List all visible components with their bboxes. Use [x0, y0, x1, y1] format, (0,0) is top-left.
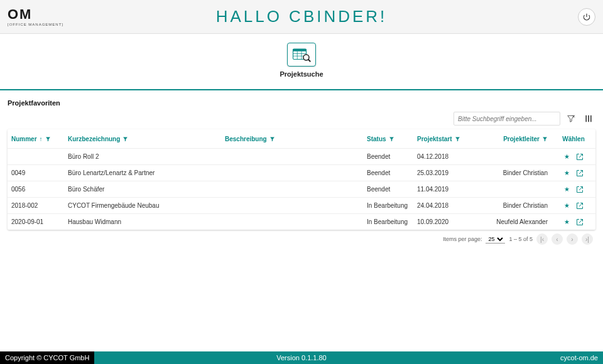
favorite-button[interactable]: ★: [564, 186, 570, 193]
search-input[interactable]: [454, 112, 560, 126]
col-kurz[interactable]: Kurzbezeichnung: [64, 136, 221, 142]
col-nummer-label: Nummer: [11, 136, 37, 142]
svg-rect-10: [585, 115, 587, 122]
cell-status: In Bearbeitung: [363, 202, 413, 209]
power-button[interactable]: [578, 8, 595, 26]
table-row[interactable]: 2020-09-01Hausbau WidmannIn Bearbeitung1…: [8, 213, 595, 230]
cell-kurz: Büro Roll 2: [64, 153, 221, 160]
filter-icon[interactable]: [122, 136, 128, 142]
col-start-label: Projektstart: [417, 136, 452, 142]
cell-actions: ★: [551, 202, 595, 210]
cell-actions: ★: [551, 169, 595, 177]
cell-kurz: Büro Schäfer: [64, 186, 221, 193]
section-title: Projektfavoriten: [0, 90, 603, 112]
filter-clear-icon: [567, 114, 575, 123]
footer: Copyright © CYCOT GmbH Version 0.1.1.80 …: [0, 351, 603, 364]
footer-copyright: Copyright © CYCOT GmbH: [0, 351, 94, 364]
last-page-button[interactable]: ›|: [582, 233, 593, 245]
cell-actions: ★: [551, 218, 595, 226]
cell-start: 11.04.2019: [413, 186, 470, 193]
favorite-button[interactable]: ★: [564, 169, 570, 176]
cell-start: 04.12.2018: [413, 153, 470, 160]
page-title: HALLO CBINDER!: [0, 7, 603, 26]
page-size-select[interactable]: 25: [486, 235, 505, 244]
cell-nummer: 0049: [8, 169, 64, 176]
filter-icon[interactable]: [389, 136, 394, 142]
clear-filter-button[interactable]: [564, 112, 578, 126]
cell-start: 24.04.2018: [413, 202, 470, 209]
cell-kurz: Hausbau Widmann: [64, 218, 221, 225]
project-search-label: Projektsuche: [0, 70, 603, 78]
cell-start: 10.09.2020: [413, 218, 470, 225]
table-row[interactable]: Büro Roll 2Beendet04.12.2018★: [8, 148, 595, 164]
footer-link[interactable]: cycot-om.de: [560, 354, 598, 361]
col-waehlen-label: Wählen: [562, 136, 585, 142]
app-header: OM [OFFICE MANAGEMENT] HALLO CBINDER!: [0, 0, 603, 34]
col-kurz-label: Kurzbezeichnung: [68, 136, 120, 142]
cell-leiter: Neufeld Alexander: [470, 218, 551, 225]
projects-grid: Nummer ↑ Kurzbezeichnung Beschreibung St…: [8, 129, 595, 230]
open-icon[interactable]: [576, 169, 584, 177]
cell-status: Beendet: [363, 169, 413, 176]
favorite-button[interactable]: ★: [564, 202, 570, 209]
open-icon[interactable]: [576, 202, 584, 210]
col-status-label: Status: [367, 136, 386, 142]
cell-kurz: Büro Lenartz/Lenartz & Partner: [64, 169, 221, 176]
filter-icon[interactable]: [542, 136, 548, 142]
col-status[interactable]: Status: [363, 136, 413, 142]
cell-status: Beendet: [363, 186, 413, 193]
filter-icon[interactable]: [455, 136, 460, 142]
cell-status: In Bearbeitung: [363, 218, 413, 225]
svg-rect-11: [588, 115, 589, 122]
page-range: 1 – 5 of 5: [509, 236, 533, 242]
cell-actions: ★: [551, 186, 595, 193]
open-icon[interactable]: [576, 186, 584, 193]
prev-page-button[interactable]: ‹: [551, 233, 563, 245]
first-page-button[interactable]: |‹: [536, 233, 548, 245]
table-row[interactable]: 0049Büro Lenartz/Lenartz & PartnerBeende…: [8, 164, 595, 181]
table-row[interactable]: 2018-002CYCOT Firmengebäude NeubauIn Bea…: [8, 197, 595, 213]
cell-nummer: 2018-002: [8, 202, 64, 209]
svg-rect-1: [293, 49, 307, 51]
filter-icon[interactable]: [45, 136, 51, 142]
cell-start: 25.03.2019: [413, 169, 470, 176]
cell-status: Beendet: [363, 153, 413, 160]
project-search-panel: Projektsuche: [0, 34, 603, 90]
grid-toolbar: [0, 112, 603, 129]
col-besch[interactable]: Beschreibung: [221, 136, 363, 142]
items-per-page-label: Items per page:: [443, 236, 482, 242]
col-waehlen: Wählen: [551, 136, 595, 142]
col-start[interactable]: Projektstart: [413, 136, 470, 142]
open-icon[interactable]: [576, 153, 584, 161]
table-row[interactable]: 0056Büro SchäferBeendet11.04.2019★: [8, 181, 595, 197]
table-search-icon: [292, 46, 311, 63]
svg-rect-12: [590, 115, 592, 122]
col-besch-label: Beschreibung: [225, 136, 267, 142]
col-leiter[interactable]: Projektleiter: [470, 136, 551, 142]
cell-leiter: Binder Christian: [470, 202, 551, 209]
open-icon[interactable]: [576, 218, 584, 226]
grid-header-row: Nummer ↑ Kurzbezeichnung Beschreibung St…: [8, 129, 595, 148]
col-leiter-label: Projektleiter: [503, 136, 540, 142]
cell-nummer: 2020-09-01: [8, 218, 64, 225]
cell-nummer: 0056: [8, 186, 64, 193]
project-search-button[interactable]: [287, 43, 316, 67]
columns-icon: [584, 114, 593, 123]
col-nummer[interactable]: Nummer ↑: [8, 136, 64, 142]
column-selector-button[interactable]: [582, 112, 595, 126]
svg-line-7: [308, 60, 311, 62]
cell-actions: ★: [551, 153, 595, 161]
cell-kurz: CYCOT Firmengebäude Neubau: [64, 202, 221, 209]
pager: Items per page: 25 1 – 5 of 5 |‹ ‹ › ›|: [0, 230, 603, 245]
next-page-button[interactable]: ›: [567, 233, 578, 245]
favorite-button[interactable]: ★: [564, 218, 570, 225]
power-icon: [582, 13, 591, 21]
cell-leiter: Binder Christian: [470, 169, 551, 176]
sort-asc-icon: ↑: [40, 136, 43, 142]
filter-icon[interactable]: [269, 136, 275, 142]
favorite-button[interactable]: ★: [564, 153, 570, 160]
